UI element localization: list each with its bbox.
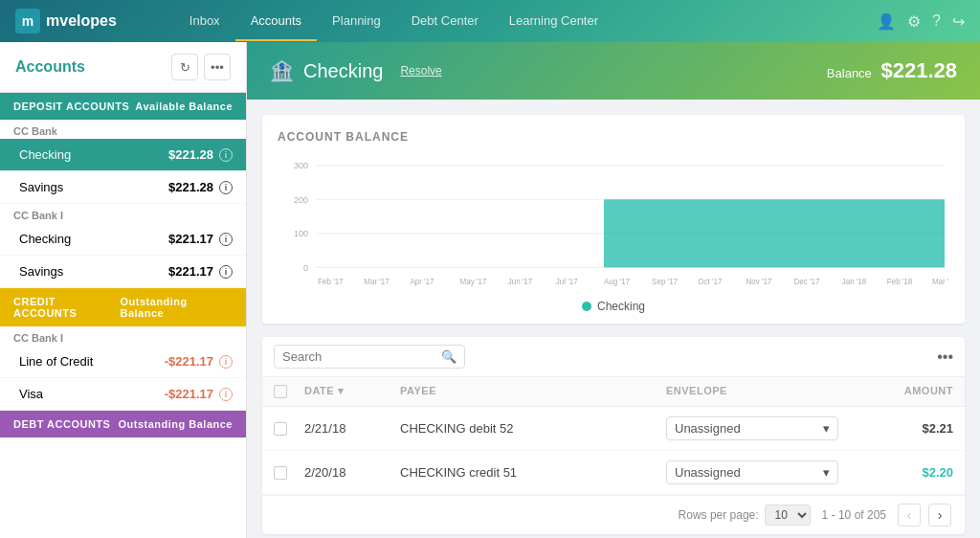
svg-text:Apr '17: Apr '17: [410, 276, 434, 285]
savings-info-icon[interactable]: i: [219, 181, 233, 194]
sidebar-title: Accounts: [15, 58, 85, 76]
transaction-table: 🔍 ••• DATE ▾ PAYEE ENVELOPE AMOUNT: [262, 337, 965, 534]
cc-bank-i-savings-item[interactable]: Savings $221.17 i: [0, 256, 246, 288]
svg-rect-8: [604, 199, 945, 267]
savings-account-item[interactable]: Savings $221.28 i: [0, 171, 246, 204]
cci-savings-info-icon[interactable]: i: [219, 265, 233, 279]
svg-text:Feb '18: Feb '18: [887, 276, 913, 285]
table-footer: Rows per page: 10 1 - 10 of 205 ‹ ›: [262, 495, 965, 534]
envelope-dropdown-2[interactable]: Unassigned ▾: [666, 460, 838, 484]
rows-per-page-control: Rows per page: 10: [679, 504, 811, 526]
more-button[interactable]: •••: [204, 54, 231, 80]
svg-text:300: 300: [294, 161, 308, 170]
svg-text:Jan '18: Jan '18: [842, 276, 867, 285]
checking-info-icon[interactable]: i: [219, 148, 233, 162]
deposit-label: DEPOSIT ACCOUNTS: [13, 101, 129, 112]
logout-icon[interactable]: ↪: [952, 12, 965, 31]
deposit-accounts-header: DEPOSIT ACCOUNTS Available Balance: [0, 93, 246, 120]
row2-payee: CHECKING credit 51: [400, 465, 666, 480]
credit-cc-bank-i-label: CC Bank I: [0, 326, 246, 346]
visa-account-item[interactable]: Visa -$221.17 i: [0, 378, 246, 411]
rows-per-page-select[interactable]: 10: [765, 504, 811, 526]
loc-account-item[interactable]: Line of Credit -$221.17 i: [0, 346, 246, 378]
logo-icon: m: [15, 9, 40, 34]
balance-label-text: Balance $221.28: [827, 66, 957, 80]
chart-legend: Checking: [278, 300, 949, 313]
checking-name: Checking: [19, 147, 71, 162]
svg-text:Mar '17: Mar '17: [364, 276, 390, 285]
chart-card: ACCOUNT BALANCE 300 200 100 0: [262, 115, 965, 324]
sort-icon[interactable]: ▾: [338, 385, 345, 396]
logo[interactable]: m mvelopes: [15, 9, 117, 34]
pagination-nav: ‹ ›: [898, 504, 951, 527]
page-icon: 🏦: [270, 59, 294, 82]
visa-info-icon[interactable]: i: [219, 388, 233, 401]
checking-account-item[interactable]: Checking $221.28 i: [0, 139, 246, 171]
resolve-link[interactable]: Resolve: [400, 64, 441, 78]
prev-page-button[interactable]: ‹: [898, 504, 921, 527]
chevron-down-icon: ▾: [823, 465, 830, 480]
page-title: Checking: [303, 60, 383, 82]
row1-amount: $2.21: [838, 421, 953, 436]
row1-envelope[interactable]: Unassigned ▾: [666, 416, 838, 440]
credit-accounts-header: CREDIT ACCOUNTS Outstanding Balance: [0, 288, 246, 326]
envelope-dropdown-1[interactable]: Unassigned ▾: [666, 416, 838, 440]
search-input[interactable]: [282, 349, 435, 364]
sidebar: Accounts ↻ ••• DEPOSIT ACCOUNTS Availabl…: [0, 42, 247, 538]
svg-text:May '17: May '17: [460, 276, 487, 285]
pagination-info: 1 - 10 of 205: [822, 508, 886, 522]
checking-balance: $221.28 i: [168, 147, 233, 162]
nav-planning[interactable]: Planning: [317, 2, 396, 41]
search-icon: 🔍: [441, 349, 457, 364]
nav-accounts[interactable]: Accounts: [235, 2, 317, 41]
svg-text:Aug '17: Aug '17: [604, 276, 630, 285]
deposit-balance-label: Available Balance: [135, 101, 233, 112]
chart-title: ACCOUNT BALANCE: [278, 130, 949, 144]
user-icon[interactable]: 👤: [877, 12, 896, 31]
nav-links: Inbox Accounts Planning Debt Center Lear…: [174, 2, 877, 41]
table-header: DATE ▾ PAYEE ENVELOPE AMOUNT: [262, 377, 965, 407]
refresh-button[interactable]: ↻: [171, 54, 198, 80]
chevron-down-icon: ▾: [823, 421, 830, 436]
nav-inbox[interactable]: Inbox: [174, 2, 235, 41]
svg-text:100: 100: [294, 229, 308, 238]
legend-label: Checking: [597, 300, 645, 313]
th-envelope: ENVELOPE: [666, 385, 838, 398]
row2-checkbox[interactable]: [274, 466, 304, 480]
loc-info-icon[interactable]: i: [219, 355, 233, 369]
nav-debt-center[interactable]: Debt Center: [396, 2, 494, 41]
chart-svg: 300 200 100 0 Feb '17 Mar '17 Apr '17 Ma…: [278, 155, 949, 289]
balance-amount: $221.28: [880, 58, 957, 82]
content-header-left: 🏦 Checking Resolve: [270, 59, 442, 82]
next-page-button[interactable]: ›: [928, 504, 951, 527]
chart-container: 300 200 100 0 Feb '17 Mar '17 Apr '17 Ma…: [278, 155, 949, 308]
svg-text:Nov '17: Nov '17: [746, 276, 771, 285]
gear-icon[interactable]: ⚙: [907, 12, 921, 31]
select-all-checkbox[interactable]: [274, 385, 287, 398]
table-more-button[interactable]: •••: [937, 348, 953, 366]
svg-text:Feb '17: Feb '17: [318, 276, 344, 285]
svg-text:Sep '17: Sep '17: [652, 276, 678, 285]
savings-name: Savings: [19, 180, 63, 194]
row1-payee: CHECKING debit 52: [400, 421, 666, 436]
debt-accounts-header: DEBT ACCOUNTS Outstanding Balance: [0, 411, 246, 437]
help-icon[interactable]: ?: [932, 12, 941, 31]
nav-learning-center[interactable]: Learning Center: [494, 2, 613, 41]
cc-bank-label: CC Bank: [0, 120, 246, 139]
svg-text:200: 200: [294, 194, 308, 204]
search-box[interactable]: 🔍: [274, 345, 465, 369]
row1-checkbox[interactable]: [274, 422, 304, 436]
row2-amount: $2.20: [838, 465, 953, 480]
legend-dot: [582, 302, 591, 311]
content-area: 🏦 Checking Resolve Balance $221.28 ACCOU…: [247, 42, 980, 538]
row2-date: 2/20/18: [304, 465, 400, 480]
table-row: 2/21/18 CHECKING debit 52 Unassigned ▾ $…: [262, 407, 965, 451]
row2-envelope[interactable]: Unassigned ▾: [666, 460, 838, 484]
rows-per-page-label: Rows per page:: [679, 508, 759, 522]
savings-balance: $221.28 i: [168, 180, 233, 194]
cci-checking-info-icon[interactable]: i: [219, 233, 233, 246]
svg-text:Mar '18: Mar '18: [932, 276, 949, 285]
cc-bank-i-checking-item[interactable]: Checking $221.17 i: [0, 223, 246, 256]
main-layout: Accounts ↻ ••• DEPOSIT ACCOUNTS Availabl…: [0, 42, 980, 538]
sidebar-actions: ↻ •••: [171, 54, 231, 80]
